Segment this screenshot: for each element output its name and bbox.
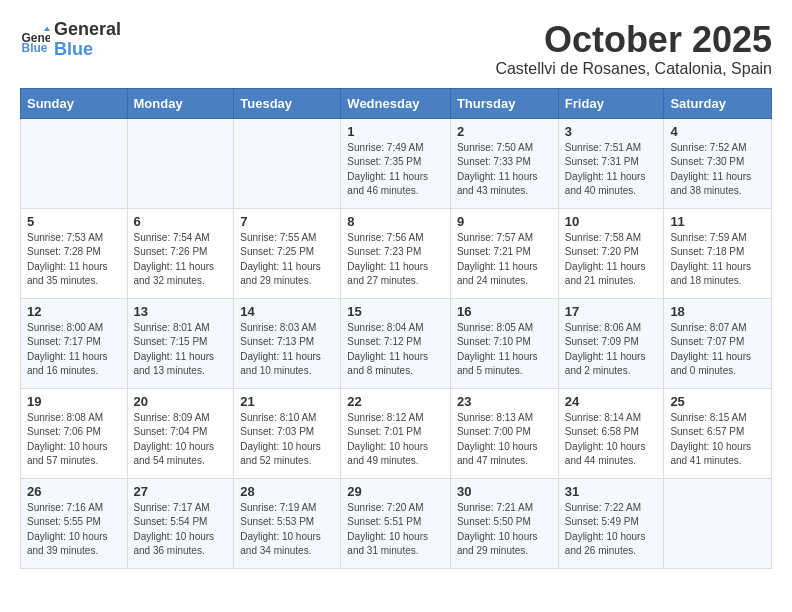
day-info: Sunrise: 7:22 AM Sunset: 5:49 PM Dayligh… xyxy=(565,501,658,559)
calendar-cell xyxy=(234,118,341,208)
weekday-header-monday: Monday xyxy=(127,88,234,118)
day-number: 5 xyxy=(27,214,121,229)
calendar-cell: 30Sunrise: 7:21 AM Sunset: 5:50 PM Dayli… xyxy=(450,478,558,568)
day-info: Sunrise: 8:04 AM Sunset: 7:12 PM Dayligh… xyxy=(347,321,444,379)
calendar-table: SundayMondayTuesdayWednesdayThursdayFrid… xyxy=(20,88,772,569)
day-number: 30 xyxy=(457,484,552,499)
calendar-cell: 17Sunrise: 8:06 AM Sunset: 7:09 PM Dayli… xyxy=(558,298,664,388)
calendar-cell: 5Sunrise: 7:53 AM Sunset: 7:28 PM Daylig… xyxy=(21,208,128,298)
day-info: Sunrise: 7:53 AM Sunset: 7:28 PM Dayligh… xyxy=(27,231,121,289)
calendar-cell: 11Sunrise: 7:59 AM Sunset: 7:18 PM Dayli… xyxy=(664,208,772,298)
day-info: Sunrise: 8:07 AM Sunset: 7:07 PM Dayligh… xyxy=(670,321,765,379)
calendar-cell: 12Sunrise: 8:00 AM Sunset: 7:17 PM Dayli… xyxy=(21,298,128,388)
day-number: 26 xyxy=(27,484,121,499)
logo-text: General Blue xyxy=(54,20,121,60)
day-number: 13 xyxy=(134,304,228,319)
calendar-cell: 27Sunrise: 7:17 AM Sunset: 5:54 PM Dayli… xyxy=(127,478,234,568)
day-info: Sunrise: 8:03 AM Sunset: 7:13 PM Dayligh… xyxy=(240,321,334,379)
day-number: 7 xyxy=(240,214,334,229)
day-number: 22 xyxy=(347,394,444,409)
day-info: Sunrise: 7:58 AM Sunset: 7:20 PM Dayligh… xyxy=(565,231,658,289)
day-info: Sunrise: 8:15 AM Sunset: 6:57 PM Dayligh… xyxy=(670,411,765,469)
calendar-cell: 31Sunrise: 7:22 AM Sunset: 5:49 PM Dayli… xyxy=(558,478,664,568)
calendar-cell: 3Sunrise: 7:51 AM Sunset: 7:31 PM Daylig… xyxy=(558,118,664,208)
weekday-header-friday: Friday xyxy=(558,88,664,118)
calendar-cell: 25Sunrise: 8:15 AM Sunset: 6:57 PM Dayli… xyxy=(664,388,772,478)
day-info: Sunrise: 8:00 AM Sunset: 7:17 PM Dayligh… xyxy=(27,321,121,379)
calendar-cell: 8Sunrise: 7:56 AM Sunset: 7:23 PM Daylig… xyxy=(341,208,451,298)
calendar-cell: 9Sunrise: 7:57 AM Sunset: 7:21 PM Daylig… xyxy=(450,208,558,298)
day-number: 20 xyxy=(134,394,228,409)
day-info: Sunrise: 7:19 AM Sunset: 5:53 PM Dayligh… xyxy=(240,501,334,559)
day-info: Sunrise: 7:54 AM Sunset: 7:26 PM Dayligh… xyxy=(134,231,228,289)
day-info: Sunrise: 7:49 AM Sunset: 7:35 PM Dayligh… xyxy=(347,141,444,199)
calendar-cell: 6Sunrise: 7:54 AM Sunset: 7:26 PM Daylig… xyxy=(127,208,234,298)
calendar-cell: 22Sunrise: 8:12 AM Sunset: 7:01 PM Dayli… xyxy=(341,388,451,478)
day-info: Sunrise: 8:12 AM Sunset: 7:01 PM Dayligh… xyxy=(347,411,444,469)
day-info: Sunrise: 8:14 AM Sunset: 6:58 PM Dayligh… xyxy=(565,411,658,469)
day-number: 10 xyxy=(565,214,658,229)
day-info: Sunrise: 7:20 AM Sunset: 5:51 PM Dayligh… xyxy=(347,501,444,559)
page-header: General Blue General Blue October 2025 C… xyxy=(20,20,772,78)
calendar-week-row: 1Sunrise: 7:49 AM Sunset: 7:35 PM Daylig… xyxy=(21,118,772,208)
day-info: Sunrise: 7:52 AM Sunset: 7:30 PM Dayligh… xyxy=(670,141,765,199)
month-title: October 2025 xyxy=(495,20,772,60)
day-number: 27 xyxy=(134,484,228,499)
calendar-cell: 21Sunrise: 8:10 AM Sunset: 7:03 PM Dayli… xyxy=(234,388,341,478)
calendar-cell: 13Sunrise: 8:01 AM Sunset: 7:15 PM Dayli… xyxy=(127,298,234,388)
day-info: Sunrise: 7:16 AM Sunset: 5:55 PM Dayligh… xyxy=(27,501,121,559)
calendar-cell: 10Sunrise: 7:58 AM Sunset: 7:20 PM Dayli… xyxy=(558,208,664,298)
day-number: 25 xyxy=(670,394,765,409)
location-title: Castellvi de Rosanes, Catalonia, Spain xyxy=(495,60,772,78)
calendar-week-row: 19Sunrise: 8:08 AM Sunset: 7:06 PM Dayli… xyxy=(21,388,772,478)
calendar-cell: 20Sunrise: 8:09 AM Sunset: 7:04 PM Dayli… xyxy=(127,388,234,478)
day-number: 3 xyxy=(565,124,658,139)
day-info: Sunrise: 8:01 AM Sunset: 7:15 PM Dayligh… xyxy=(134,321,228,379)
weekday-header-sunday: Sunday xyxy=(21,88,128,118)
day-number: 21 xyxy=(240,394,334,409)
day-number: 9 xyxy=(457,214,552,229)
day-info: Sunrise: 7:59 AM Sunset: 7:18 PM Dayligh… xyxy=(670,231,765,289)
day-info: Sunrise: 7:55 AM Sunset: 7:25 PM Dayligh… xyxy=(240,231,334,289)
day-info: Sunrise: 7:56 AM Sunset: 7:23 PM Dayligh… xyxy=(347,231,444,289)
calendar-week-row: 12Sunrise: 8:00 AM Sunset: 7:17 PM Dayli… xyxy=(21,298,772,388)
day-number: 2 xyxy=(457,124,552,139)
svg-text:Blue: Blue xyxy=(22,41,48,55)
calendar-cell: 24Sunrise: 8:14 AM Sunset: 6:58 PM Dayli… xyxy=(558,388,664,478)
logo-icon: General Blue xyxy=(20,25,50,55)
calendar-cell xyxy=(127,118,234,208)
weekday-header-thursday: Thursday xyxy=(450,88,558,118)
calendar-cell: 29Sunrise: 7:20 AM Sunset: 5:51 PM Dayli… xyxy=(341,478,451,568)
day-info: Sunrise: 7:21 AM Sunset: 5:50 PM Dayligh… xyxy=(457,501,552,559)
day-number: 15 xyxy=(347,304,444,319)
calendar-cell: 19Sunrise: 8:08 AM Sunset: 7:06 PM Dayli… xyxy=(21,388,128,478)
calendar-cell: 28Sunrise: 7:19 AM Sunset: 5:53 PM Dayli… xyxy=(234,478,341,568)
day-number: 31 xyxy=(565,484,658,499)
day-info: Sunrise: 8:13 AM Sunset: 7:00 PM Dayligh… xyxy=(457,411,552,469)
day-info: Sunrise: 7:17 AM Sunset: 5:54 PM Dayligh… xyxy=(134,501,228,559)
calendar-cell: 26Sunrise: 7:16 AM Sunset: 5:55 PM Dayli… xyxy=(21,478,128,568)
calendar-cell: 7Sunrise: 7:55 AM Sunset: 7:25 PM Daylig… xyxy=(234,208,341,298)
calendar-cell: 2Sunrise: 7:50 AM Sunset: 7:33 PM Daylig… xyxy=(450,118,558,208)
svg-marker-2 xyxy=(44,26,50,31)
calendar-cell: 4Sunrise: 7:52 AM Sunset: 7:30 PM Daylig… xyxy=(664,118,772,208)
calendar-cell: 1Sunrise: 7:49 AM Sunset: 7:35 PM Daylig… xyxy=(341,118,451,208)
day-info: Sunrise: 7:57 AM Sunset: 7:21 PM Dayligh… xyxy=(457,231,552,289)
weekday-header-row: SundayMondayTuesdayWednesdayThursdayFrid… xyxy=(21,88,772,118)
calendar-cell: 23Sunrise: 8:13 AM Sunset: 7:00 PM Dayli… xyxy=(450,388,558,478)
day-number: 14 xyxy=(240,304,334,319)
day-info: Sunrise: 7:50 AM Sunset: 7:33 PM Dayligh… xyxy=(457,141,552,199)
day-number: 16 xyxy=(457,304,552,319)
day-number: 19 xyxy=(27,394,121,409)
weekday-header-tuesday: Tuesday xyxy=(234,88,341,118)
calendar-week-row: 26Sunrise: 7:16 AM Sunset: 5:55 PM Dayli… xyxy=(21,478,772,568)
day-number: 4 xyxy=(670,124,765,139)
weekday-header-saturday: Saturday xyxy=(664,88,772,118)
day-number: 18 xyxy=(670,304,765,319)
day-info: Sunrise: 8:06 AM Sunset: 7:09 PM Dayligh… xyxy=(565,321,658,379)
day-number: 6 xyxy=(134,214,228,229)
day-number: 17 xyxy=(565,304,658,319)
day-number: 12 xyxy=(27,304,121,319)
day-info: Sunrise: 8:08 AM Sunset: 7:06 PM Dayligh… xyxy=(27,411,121,469)
day-number: 8 xyxy=(347,214,444,229)
